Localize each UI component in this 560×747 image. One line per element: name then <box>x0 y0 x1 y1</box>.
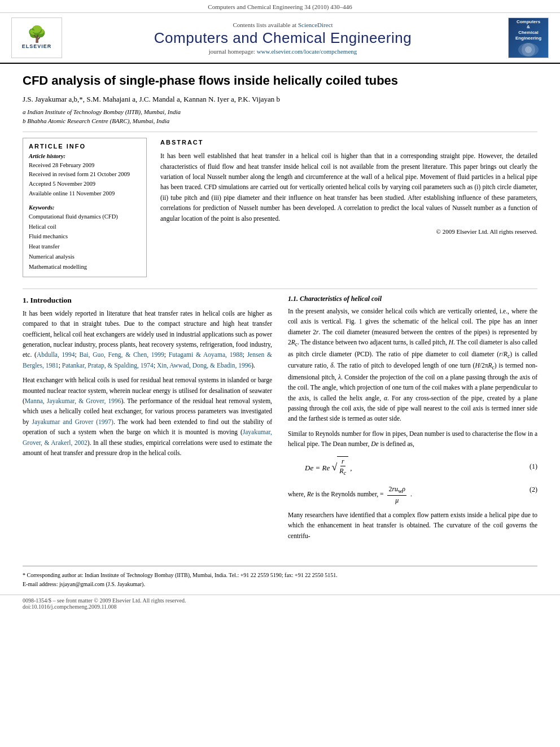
homepage-line: journal homepage: www.elsevier.com/locat… <box>62 48 504 55</box>
section1-para2: Heat exchanger with helical coils is use… <box>23 375 272 458</box>
contents-label: Contents lists available at <box>233 21 296 28</box>
affiliation-a: a Indian Institute of Technology Bombay … <box>23 107 537 117</box>
keywords-section: Keywords: Computational fluid dynamics (… <box>29 204 141 272</box>
page-footer: 0098-1354/$ – see front matter © 2009 El… <box>0 595 560 612</box>
fraction-num-2: 2ruwρ <box>387 484 406 496</box>
body-two-col: 1. Introduction It has been widely repor… <box>23 289 537 545</box>
ref-jayakumar-grover[interactable]: Jayakumar and Grover (1997) <box>32 418 113 425</box>
authors-line: J.S. Jayakumar a,b,*, S.M. Mahajani a, J… <box>23 95 537 104</box>
ref-abdulla[interactable]: Abdulla, 1994 <box>37 351 75 358</box>
ref-bai[interactable]: Bai, Guo, Feng, & Chen, 1999 <box>80 351 164 358</box>
body-content: 1. Introduction It has been widely repor… <box>0 289 560 557</box>
keyword-4: Heat transfer <box>29 242 141 252</box>
two-col-info: ARTICLE INFO Article history: Received 2… <box>23 138 537 277</box>
authors-text: J.S. Jayakumar a,b,*, S.M. Mahajani a, J… <box>23 95 280 103</box>
col-left-info: ARTICLE INFO Article history: Received 2… <box>23 138 147 277</box>
footnote-area: * Corresponding author at: Indian Instit… <box>23 566 537 589</box>
keywords-label: Keywords: <box>29 204 141 211</box>
logo-inner-circle <box>522 43 535 56</box>
equation-2-number: (2) <box>530 484 537 495</box>
keyword-2: Helical coil <box>29 222 141 232</box>
ref-futagami[interactable]: Futagami & Aoyama, 1988 <box>169 351 243 358</box>
fraction-denominator-1: Rc <box>338 466 347 477</box>
elsevier-label: ELSEVIER <box>22 43 52 49</box>
fraction-den-2: μ <box>394 496 400 505</box>
article-content: CFD analysis of single-phase flows insid… <box>0 64 560 289</box>
journal-citation: Computers and Chemical Engineering 34 (2… <box>208 3 352 10</box>
keyword-5: Numerical analysis <box>29 252 141 262</box>
accepted-date: Accepted 5 November 2009 <box>29 180 141 189</box>
received-date: Received 28 February 2009 <box>29 161 141 171</box>
keyword-3: Fluid mechanics <box>29 231 141 242</box>
logo-core-circle <box>525 46 532 53</box>
body-col-right: 1.1. Characteristics of helical coil In … <box>288 289 537 545</box>
section1-1-heading: 1.1. Characteristics of helical coil <box>288 295 537 303</box>
equation-1-block: De = Re √ r Rc , (1) <box>288 456 537 478</box>
article-history-label: Article history: <box>29 153 141 159</box>
abstract-section: ABSTRACT It has been well established th… <box>160 138 537 237</box>
footer-issn: 0098-1354/$ – see front matter © 2009 El… <box>23 597 537 604</box>
affiliations: a Indian Institute of Technology Bombay … <box>23 107 537 126</box>
section1-1-para2: Similar to Reynolds number for flow in p… <box>288 429 537 449</box>
revised-date: Received in revised form 21 October 2009 <box>29 170 141 180</box>
logo-box: Computers&ChemicalEngineering <box>508 18 549 58</box>
divider-1 <box>23 132 537 132</box>
logo-circle-icon <box>518 43 539 56</box>
article-history-items: Received 28 February 2009 Received in re… <box>29 161 141 199</box>
affiliation-b: b Bhabha Atomic Research Centre (BARC), … <box>23 116 537 126</box>
online-date: Available online 11 November 2009 <box>29 189 141 199</box>
journal-logo-right: Computers&ChemicalEngineering <box>504 18 549 58</box>
fraction-1: r Rc <box>338 457 347 478</box>
journal-title-center: Contents lists available at ScienceDirec… <box>62 21 504 55</box>
footnote-email: E-mail address: jsjayan@gmail.com (J.S. … <box>23 580 537 589</box>
top-bar: Computers and Chemical Engineering 34 (2… <box>0 0 560 13</box>
homepage-label: journal homepage: <box>209 48 255 55</box>
footer-doi: doi:10.1016/j.compchemeng.2009.11.008 <box>23 604 537 610</box>
sciencedirect-link[interactable]: ScienceDirect <box>298 21 333 28</box>
section1-1-para3: where, Re is the Reynolds number, = 2ruw… <box>288 484 537 505</box>
abstract-label: ABSTRACT <box>160 138 537 148</box>
elsevier-tree-icon: 🌳 <box>27 27 47 42</box>
section1-1-para1: In the present analysis, we consider hel… <box>288 306 537 424</box>
sqrt-content-1: r Rc <box>337 456 348 478</box>
contents-line: Contents lists available at ScienceDirec… <box>62 21 504 28</box>
keywords-list: Computational fluid dynamics (CFD) Helic… <box>29 212 141 272</box>
fraction-numerator-1: r <box>340 457 345 467</box>
equation-1-content: De = Re √ r Rc , <box>288 456 352 478</box>
body-col-left: 1. Introduction It has been widely repor… <box>23 289 272 545</box>
equation-1-number: (1) <box>530 462 537 471</box>
sqrt-symbol-1: √ <box>331 462 337 472</box>
copyright-line: © 2009 Elsevier Ltd. All rights reserved… <box>160 227 537 237</box>
article-title: CFD analysis of single-phase flows insid… <box>23 73 537 89</box>
elsevier-logo-box: 🌳 ELSEVIER <box>11 18 62 58</box>
col-right-abstract: ABSTRACT It has been well established th… <box>160 138 537 277</box>
section1-heading: 1. Introduction <box>23 296 272 305</box>
ref-jayakumar-grover-arakerl[interactable]: Jayakumar, Grover, & Arakerl, 2002 <box>23 429 272 445</box>
article-info-label: ARTICLE INFO <box>29 143 141 150</box>
ref-patankar[interactable]: Patankar, Pratap, & Spalding, 1974 <box>62 362 154 369</box>
logo-text: Computers&ChemicalEngineering <box>515 19 541 41</box>
keyword-6: Mathematical modelling <box>29 262 141 272</box>
homepage-link[interactable]: www.elsevier.com/locate/compchemeng <box>257 48 357 55</box>
journal-main-title: Computers and Chemical Engineering <box>62 29 504 47</box>
article-info-section: ARTICLE INFO Article history: Received 2… <box>23 138 147 277</box>
abstract-text: It has been well established that heat t… <box>160 151 537 224</box>
keyword-1: Computational fluid dynamics (CFD) <box>29 212 141 222</box>
footnote-star: * Corresponding author at: Indian Instit… <box>23 571 537 580</box>
section1-1-para4: Many researchers have identified that a … <box>288 510 537 541</box>
section1-para1: It has been widely reported in literatur… <box>23 308 272 370</box>
page-wrapper: Computers and Chemical Engineering 34 (2… <box>0 0 560 612</box>
ref-manna[interactable]: Manna, Jayakumar, & Grover, 1996 <box>25 397 121 404</box>
journal-header: 🌳 ELSEVIER Contents lists available at S… <box>0 13 560 64</box>
sqrt-wrapper-1: √ r Rc <box>331 456 348 478</box>
ref-xin[interactable]: Xin, Awwad, Dong, & Ebadin, 1996 <box>157 362 251 369</box>
fraction-2: 2ruwρ μ <box>387 484 406 505</box>
